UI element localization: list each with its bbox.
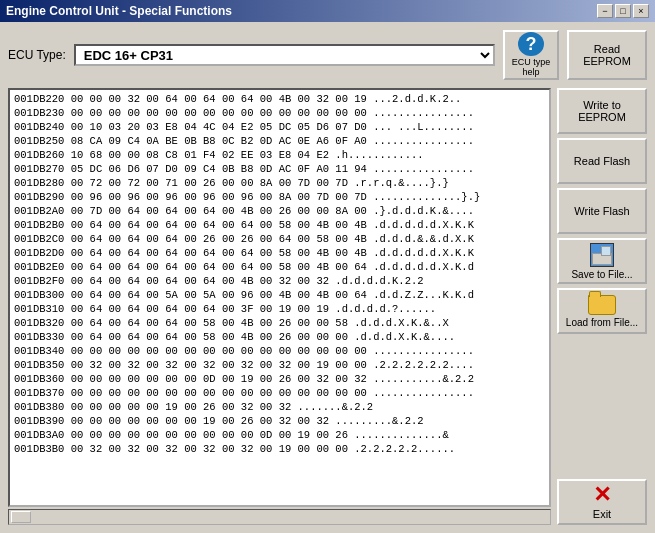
read-flash-label: Read Flash [574,155,630,167]
ecu-type-select-wrapper: EDC 16+ CP31 [74,44,495,66]
save-to-file-button[interactable]: Save to File... [557,238,647,284]
ecu-type-row: ECU Type: EDC 16+ CP31 ? ECU type help R… [8,30,647,80]
exit-x-icon: ✕ [593,484,611,506]
write-eeprom-button[interactable]: Write to EEPROM [557,88,647,134]
help-icon: ? [518,32,544,56]
hex-line: 001DB240 00 10 03 20 03 E8 04 4C 04 E2 0… [14,120,545,134]
hex-line: 001DB250 08 CA 09 C4 0A BE 0B B8 0C B2 0… [14,134,545,148]
hex-line: 001DB380 00 00 00 00 00 19 00 26 00 32 0… [14,400,545,414]
hex-line: 001DB290 00 96 00 96 00 96 00 96 00 96 0… [14,190,545,204]
read-eeprom-label: ReadEEPROM [583,43,631,67]
read-flash-button[interactable]: Read Flash [557,138,647,184]
ecu-type-label: ECU Type: [8,48,66,62]
folder-icon [588,295,616,315]
minimize-button[interactable]: − [597,4,613,18]
save-to-file-label: Save to File... [571,269,632,280]
hex-line: 001DB280 00 72 00 72 00 71 00 26 00 00 8… [14,176,545,190]
close-button[interactable]: × [633,4,649,18]
hex-line: 001DB340 00 00 00 00 00 00 00 00 00 00 0… [14,344,545,358]
ecu-type-help-button[interactable]: ? ECU type help [503,30,559,80]
hex-line: 001DB2B0 00 64 00 64 00 64 00 64 00 64 0… [14,218,545,232]
body-area: 001DB220 00 00 00 32 00 64 00 64 00 64 0… [8,88,647,525]
read-eeprom-button-area: ReadEEPROM [567,30,647,80]
hex-line: 001DB3A0 00 00 00 00 00 00 00 00 00 00 0… [14,428,545,442]
hex-line: 001DB2E0 00 64 00 64 00 64 00 64 00 64 0… [14,260,545,274]
hex-line: 001DB220 00 00 00 32 00 64 00 64 00 64 0… [14,92,545,106]
hex-line: 001DB230 00 00 00 00 00 00 00 00 00 00 0… [14,106,545,120]
hex-line: 001DB350 00 32 00 32 00 32 00 32 00 32 0… [14,358,545,372]
hex-line: 001DB2A0 00 7D 00 64 00 64 00 64 00 4B 0… [14,204,545,218]
ecu-type-select[interactable]: EDC 16+ CP31 [74,44,495,66]
exit-button[interactable]: ✕ Exit [557,479,647,525]
write-flash-label: Write Flash [574,205,629,217]
title-bar: Engine Control Unit - Special Functions … [0,0,655,22]
exit-label: Exit [593,508,611,520]
hex-line: 001DB3B0 00 32 00 32 00 32 00 32 00 32 0… [14,442,545,456]
right-column: Write to EEPROM Read Flash Write Flash S… [557,88,647,525]
hex-line: 001DB300 00 64 00 64 00 5A 00 5A 00 96 0… [14,288,545,302]
write-eeprom-label: Write to EEPROM [563,99,641,123]
load-from-file-button[interactable]: Load from File... [557,288,647,334]
hex-line: 001DB310 00 64 00 64 00 64 00 64 00 3F 0… [14,302,545,316]
hex-line: 001DB2D0 00 64 00 64 00 64 00 64 00 64 0… [14,246,545,260]
hex-line: 001DB260 10 68 00 00 08 C8 01 F4 02 EE 0… [14,148,545,162]
horizontal-scrollbar[interactable] [8,509,551,525]
hex-line: 001DB2F0 00 64 00 64 00 64 00 64 00 4B 0… [14,274,545,288]
write-flash-button[interactable]: Write Flash [557,188,647,234]
hex-line: 001DB360 00 00 00 00 00 00 00 0D 00 19 0… [14,372,545,386]
hex-line: 001DB330 00 64 00 64 00 64 00 58 00 4B 0… [14,330,545,344]
hex-line: 001DB390 00 00 00 00 00 00 00 19 00 26 0… [14,414,545,428]
maximize-button[interactable]: □ [615,4,631,18]
hex-line: 001DB320 00 64 00 64 00 64 00 58 00 4B 0… [14,316,545,330]
hex-panel: 001DB220 00 00 00 32 00 64 00 64 00 64 0… [8,88,551,525]
ecu-type-help-label: ECU type help [505,58,557,78]
scrollbar-thumb[interactable] [11,511,31,523]
spacer [557,338,647,475]
hex-line: 001DB270 05 DC 06 D6 07 D0 09 C4 0B B8 0… [14,162,545,176]
hex-line: 001DB370 00 00 00 00 00 00 00 00 00 00 0… [14,386,545,400]
title-bar-controls: − □ × [597,4,649,18]
read-eeprom-button[interactable]: ReadEEPROM [567,30,647,80]
hex-display[interactable]: 001DB220 00 00 00 32 00 64 00 64 00 64 0… [8,88,551,507]
floppy-disk-icon [590,243,614,267]
load-from-file-label: Load from File... [566,317,638,328]
hex-line: 001DB2C0 00 64 00 64 00 64 00 26 00 26 0… [14,232,545,246]
title-bar-text: Engine Control Unit - Special Functions [6,4,232,18]
